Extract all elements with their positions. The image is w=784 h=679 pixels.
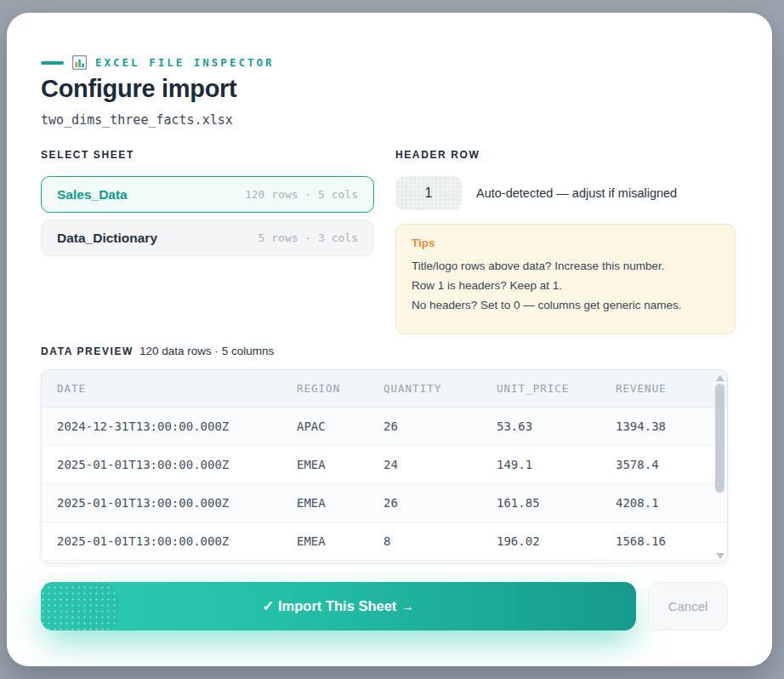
- cell-region: APAC: [297, 419, 383, 433]
- cell-date: 2025-01-01T13:00:00.000Z: [57, 496, 297, 510]
- tips-line: Title/logo rows above data? Increase thi…: [412, 256, 719, 276]
- cell-revenue: 3578.4: [616, 458, 727, 471]
- cell-quantity: 26: [383, 419, 497, 433]
- header-row-input[interactable]: [395, 176, 462, 210]
- brand-header: EXCEL FILE INSPECTOR: [41, 55, 275, 70]
- column-header-region: REGION: [297, 382, 383, 395]
- cell-region: EMEA: [297, 458, 383, 471]
- sheet-card-data-dictionary[interactable]: Data_Dictionary 5 rows · 3 cols: [41, 220, 374, 256]
- import-config-modal: EXCEL FILE INSPECTOR Configure import tw…: [7, 13, 772, 666]
- cell-quantity: 26: [383, 496, 497, 510]
- cancel-button[interactable]: Cancel: [648, 582, 728, 630]
- scrollbar-up-arrow-icon[interactable]: [716, 375, 724, 381]
- column-header-quantity: QUANTITY: [383, 382, 497, 395]
- import-sheet-button-label: ✓ Import This Sheet →: [263, 598, 415, 613]
- cell-revenue: 4208.1: [616, 496, 727, 510]
- header-row-label: HEADER ROW: [395, 149, 480, 161]
- table-header-row: DATE REGION QUANTITY UNIT_PRICE REVENUE: [42, 370, 727, 408]
- table-row: 2025-01-01T13:00:00.000Z EMEA 24 149.1 3…: [42, 446, 727, 484]
- cell-quantity: 8: [383, 534, 497, 548]
- sheet-meta: 120 rows · 5 cols: [245, 188, 358, 201]
- cell-unit-price: 149.1: [497, 458, 616, 471]
- page-title: Configure import: [41, 75, 236, 103]
- table-row: 2025-01-01T13:00:00.000Z EMEA 26 161.85 …: [42, 484, 727, 522]
- cell-unit-price: 53.63: [497, 419, 616, 433]
- cell-unit-price: 196.02: [497, 534, 616, 548]
- import-sheet-button[interactable]: ✓ Import This Sheet →: [41, 582, 636, 630]
- sheet-card-sales-data[interactable]: Sales_Data 120 rows · 5 cols: [41, 176, 374, 213]
- tips-box: Tips Title/logo rows above data? Increas…: [395, 224, 736, 334]
- scrollbar-thumb[interactable]: [715, 384, 724, 493]
- cell-date: 2024-12-31T13:00:00.000Z: [57, 419, 297, 433]
- cell-region: EMEA: [297, 496, 383, 510]
- data-preview-header: DATA PREVIEW 120 data rows · 5 columns: [41, 345, 274, 357]
- sheet-meta: 5 rows · 3 cols: [258, 231, 358, 244]
- column-header-date: DATE: [57, 382, 297, 395]
- cell-revenue: 1394.38: [616, 419, 727, 433]
- table-row: 2024-12-31T13:00:00.000Z APAC 26 53.63 1…: [42, 408, 727, 446]
- header-row-hint: Auto-detected — adjust if misaligned: [476, 186, 677, 200]
- filename-label: two_dims_three_facts.xlsx: [41, 112, 233, 128]
- cell-date: 2025-01-01T13:00:00.000Z: [57, 534, 297, 548]
- preview-table: DATE REGION QUANTITY UNIT_PRICE REVENUE …: [41, 369, 728, 563]
- sheet-name: Sales_Data: [57, 187, 128, 203]
- bar-chart-icon: [72, 55, 87, 70]
- table-scrollbar[interactable]: [714, 372, 725, 562]
- select-sheet-label: SELECT SHEET: [41, 149, 134, 161]
- table-row: 2025-01-01T13:00:00.000Z EMEA 8 196.02 1…: [42, 522, 727, 561]
- data-preview-label: DATA PREVIEW: [41, 345, 134, 357]
- cell-date: 2025-01-01T13:00:00.000Z: [57, 458, 297, 471]
- app-title: EXCEL FILE INSPECTOR: [95, 56, 275, 69]
- tips-title: Tips: [412, 237, 719, 249]
- column-header-revenue: REVENUE: [616, 382, 727, 395]
- accent-dash: [41, 61, 64, 65]
- data-preview-meta: 120 data rows · 5 columns: [139, 345, 274, 357]
- cell-revenue: 1568.16: [616, 534, 727, 548]
- tips-line: Row 1 is headers? Keep at 1.: [412, 276, 719, 295]
- scrollbar-down-arrow-icon[interactable]: [716, 553, 724, 559]
- column-header-unit-price: UNIT_PRICE: [497, 382, 616, 395]
- tips-line: No headers? Set to 0 — columns get gener…: [412, 295, 719, 315]
- cell-region: EMEA: [297, 534, 383, 548]
- cell-quantity: 24: [383, 458, 497, 471]
- sheet-name: Data_Dictionary: [57, 231, 157, 246]
- cell-unit-price: 161.85: [497, 496, 616, 510]
